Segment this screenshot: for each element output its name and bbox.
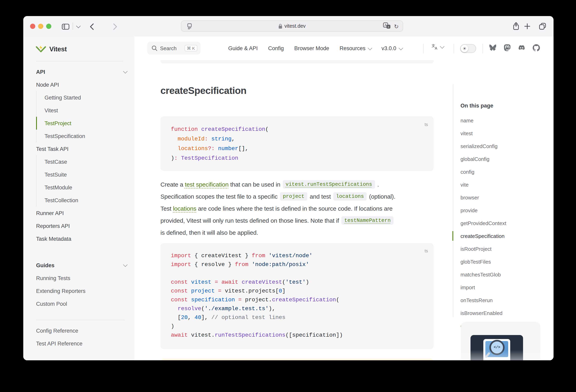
- sidebar-item-task-metadata[interactable]: Task Metadata: [36, 232, 126, 245]
- code-token: moduleId: [178, 136, 204, 142]
- code-token: 'node:path/posix': [249, 261, 309, 268]
- outline-item-vite[interactable]: vite: [461, 178, 549, 191]
- sidebar-item-label: TestSpecification: [45, 133, 85, 139]
- code-line: await vitest.runTestSpecifications([spec…: [171, 331, 426, 339]
- outline-item-isrootproject[interactable]: isRootProject: [461, 242, 549, 255]
- sidebar-item-testsuite[interactable]: TestSuite: [36, 168, 126, 181]
- lock-icon: [278, 24, 282, 29]
- page-format-icon[interactable]: [187, 23, 192, 31]
- code-token: vitest.: [188, 332, 215, 338]
- code-block-signature[interactable]: ts function createSpecification( moduleI…: [160, 116, 433, 171]
- nav-menu-resources[interactable]: Resources: [340, 45, 371, 51]
- inline-code-link[interactable]: testNamePattern: [342, 216, 394, 224]
- sidebar-item-label: Config Reference: [36, 328, 78, 334]
- outline-item-isbrowserenabled[interactable]: isBrowserEnabled: [461, 306, 549, 319]
- sidebar-item-test-task-api[interactable]: Test Task API: [36, 142, 126, 155]
- github-link[interactable]: [533, 44, 540, 53]
- plus-icon: [524, 23, 530, 29]
- code-token: (: [265, 126, 269, 132]
- outline-item-name[interactable]: name: [461, 114, 549, 127]
- chevron-down-icon[interactable]: [123, 262, 128, 267]
- address-bar[interactable]: vitest.dev Ax ↻: [181, 21, 403, 32]
- outline-item-getprovidedcontext[interactable]: getProvidedContext: [461, 217, 549, 230]
- sidebar-item-getting-started[interactable]: Getting Started: [36, 91, 126, 104]
- sidebar-item-running-tests[interactable]: Running Tests: [36, 272, 126, 284]
- sidebar-item-testcase[interactable]: TestCase: [36, 155, 126, 168]
- svg-text:x: x: [388, 25, 389, 28]
- discord-link[interactable]: [518, 45, 525, 52]
- forward-button[interactable]: [112, 22, 118, 31]
- search-shortcut: ⌘ K: [184, 45, 197, 52]
- outline-item-globalconfig[interactable]: globalConfig: [461, 152, 549, 165]
- new-tab-button[interactable]: [523, 22, 531, 30]
- code-token: :: [174, 155, 178, 161]
- sidebar-item-custom-pool[interactable]: Custom Pool: [36, 297, 126, 310]
- sidebar-chevron-button[interactable]: [75, 25, 80, 29]
- code-token: const: [171, 279, 188, 285]
- code-token: [171, 136, 178, 142]
- reload-icon[interactable]: ↻: [394, 24, 399, 29]
- outline-item-globtestfiles[interactable]: globTestFiles: [461, 255, 549, 268]
- outline-item-createspecification[interactable]: createSpecification: [461, 230, 549, 242]
- sidebar-item-node-api[interactable]: Node API: [36, 78, 126, 91]
- sidebar-item-api: API: [36, 65, 126, 78]
- sidebar-toggle-button[interactable]: [61, 23, 70, 30]
- outline-item-config[interactable]: config: [461, 165, 549, 178]
- sidebar-item-testspecification[interactable]: TestSpecification: [36, 130, 126, 142]
- code-block-example[interactable]: ts import { createVitest } from 'vitest/…: [160, 243, 433, 349]
- sidebar-item-testmodule[interactable]: TestModule: [36, 181, 126, 194]
- sidebar-item-extending-reporters[interactable]: Extending Reporters: [36, 284, 126, 297]
- sidebar-item-testproject[interactable]: TestProject: [36, 117, 126, 130]
- outline-item-serializedconfig[interactable]: serializedConfig: [461, 140, 549, 152]
- chevron-down-icon[interactable]: [123, 69, 128, 74]
- zoom-window-button[interactable]: [46, 24, 51, 29]
- minimize-window-button[interactable]: [38, 24, 43, 29]
- outline-item-matchestestglob[interactable]: matchesTestGlob: [461, 268, 549, 281]
- sidebar-item-runner-api[interactable]: Runner API: [36, 207, 126, 219]
- sponsor-card[interactable]: </>: [461, 322, 540, 360]
- search-button[interactable]: Search ⌘ K: [147, 42, 201, 55]
- code-token: [: [171, 314, 181, 321]
- close-window-button[interactable]: [30, 24, 35, 29]
- inline-link[interactable]: locations: [173, 205, 196, 212]
- inline-code-link[interactable]: vitest.runTestSpecifications: [283, 180, 375, 188]
- sidebar-item-test-api-reference[interactable]: Test API Reference: [36, 337, 126, 350]
- text-run: are code lines where the test is defined…: [196, 205, 393, 212]
- theme-toggle[interactable]: ☀: [460, 44, 476, 53]
- share-button[interactable]: [512, 21, 520, 31]
- mastodon-link[interactable]: [504, 44, 511, 53]
- code-token: createSpecification: [201, 126, 265, 132]
- tabs-icon: [539, 23, 546, 30]
- sidebar-item-reporters-api[interactable]: Reporters API: [36, 219, 126, 232]
- nav-menu-version[interactable]: v3.0.0: [381, 45, 402, 51]
- code-token: (: [201, 305, 204, 312]
- nav-link-config[interactable]: Config: [268, 45, 284, 51]
- sidebar-item-label: API: [36, 69, 45, 75]
- nav-link-guide-api[interactable]: Guide & API: [228, 45, 258, 51]
- outline-item-ontestsrerun[interactable]: onTestsRerun: [461, 294, 549, 306]
- bluesky-link[interactable]: [489, 44, 497, 53]
- code-token: TestSpecification: [178, 155, 238, 161]
- translate-icon[interactable]: Ax: [383, 23, 391, 30]
- sidebar-item-testcollection[interactable]: TestCollection: [36, 194, 126, 207]
- sidebar-item-config-reference[interactable]: Config Reference: [36, 324, 126, 337]
- nav-link-browser-mode[interactable]: Browser Mode: [294, 45, 329, 51]
- sidebar-item-vitest[interactable]: Vitest: [36, 104, 126, 117]
- back-button[interactable]: [89, 22, 95, 31]
- outline-item-browser[interactable]: browser: [461, 191, 549, 204]
- browser-toolbar: vitest.dev Ax ↻: [23, 16, 553, 37]
- language-menu[interactable]: 文A: [431, 44, 443, 50]
- brand[interactable]: Vitest: [36, 43, 67, 55]
- code-line: const project = vitest.projects[0]: [171, 286, 426, 295]
- tab-overview-button[interactable]: [538, 22, 546, 30]
- outline-item-provide[interactable]: provide: [461, 204, 549, 217]
- code-token: ): [171, 155, 174, 161]
- outline-item-import[interactable]: import: [461, 281, 549, 294]
- text-run: is defined, then it will also be applied…: [160, 229, 258, 236]
- site-navbar: Search ⌘ K Guide & APIConfigBrowser Mode…: [134, 36, 553, 60]
- outline-item-vitest[interactable]: vitest: [461, 127, 549, 140]
- code-token: 'test': [285, 279, 306, 285]
- inline-link[interactable]: test specification: [185, 181, 229, 188]
- code-token: ): [171, 323, 174, 330]
- bluesky-icon: [489, 44, 497, 51]
